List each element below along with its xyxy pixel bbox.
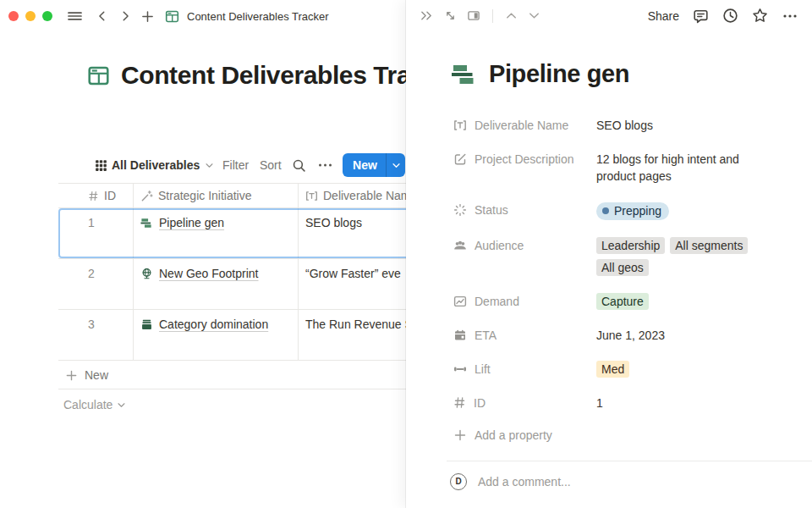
view-name: All Deliverables: [112, 158, 200, 172]
user-avatar: D: [450, 473, 467, 490]
comment-section-divider: [447, 461, 812, 461]
sort-button[interactable]: Sort: [260, 152, 282, 178]
property-value[interactable]: 1: [596, 395, 798, 411]
property-value[interactable]: 12 blogs for high intent and product pag…: [596, 151, 770, 185]
record-title[interactable]: Pipeline gen: [489, 60, 629, 88]
record-link[interactable]: Category domination: [159, 318, 268, 331]
status-pill[interactable]: Prepping: [596, 202, 669, 220]
add-comment-input[interactable]: Add a comment...: [478, 475, 571, 489]
cell-initiative[interactable]: Pipeline gen: [134, 208, 299, 258]
table-row[interactable]: 2 New Geo Footprint “Grow Faster” eve: [58, 259, 406, 310]
new-record-button[interactable]: New: [343, 158, 386, 172]
search-icon[interactable]: [292, 152, 306, 178]
tag[interactable]: All segments: [670, 237, 748, 254]
record-link[interactable]: New Geo Footprint: [159, 267, 259, 280]
property-label[interactable]: Demand: [453, 293, 596, 310]
view-switcher[interactable]: All Deliverables: [95, 152, 214, 178]
column-header-initiative[interactable]: Strategic Initiative: [134, 184, 299, 207]
property-label[interactable]: Lift: [453, 361, 596, 378]
add-property-button[interactable]: Add a property: [453, 420, 798, 450]
chevron-down-icon: [205, 161, 214, 170]
status-burst-icon: [453, 203, 467, 217]
column-header-deliverable[interactable]: Deliverable Name: [299, 184, 406, 207]
property-row-eta: ETA June 1, 2023: [453, 318, 798, 352]
table-row[interactable]: 1 Pipeline gen SEO blogs: [58, 208, 406, 259]
cell-initiative[interactable]: New Geo Footprint: [134, 259, 299, 309]
property-name: ID: [474, 396, 486, 410]
filter-button[interactable]: Filter: [222, 152, 249, 178]
page-title[interactable]: Content Deliverables Tracker: [121, 61, 406, 90]
tag-list: Leadership All segments All geos: [596, 237, 778, 276]
expand-full-page-icon[interactable]: [444, 9, 457, 22]
tag[interactable]: Capture: [596, 293, 649, 310]
property-row-status: Status Prepping: [453, 193, 798, 229]
tag[interactable]: Med: [596, 361, 629, 378]
topbar-divider: [492, 9, 493, 23]
sidebar-menu-icon[interactable]: [67, 9, 83, 23]
side-peek-mode-icon[interactable]: [467, 9, 480, 22]
property-label[interactable]: Status: [453, 202, 596, 218]
cell-deliverable[interactable]: SEO blogs: [299, 208, 406, 258]
more-options-icon[interactable]: [782, 9, 798, 23]
next-record-icon[interactable]: [528, 9, 540, 22]
tag[interactable]: Leadership: [596, 237, 665, 254]
panel-topbar-left: [420, 9, 540, 23]
record-link[interactable]: Pipeline gen: [159, 216, 224, 229]
page-icon[interactable]: [87, 64, 110, 87]
column-header-id[interactable]: ID: [58, 184, 134, 207]
forward-icon[interactable]: [119, 10, 131, 22]
share-button[interactable]: Share: [648, 9, 679, 23]
pipeline-bars-icon[interactable]: [452, 63, 477, 86]
zoom-window-button[interactable]: [42, 11, 52, 21]
title-property-icon: [305, 190, 318, 202]
table-row[interactable]: 3 Category domination The Run Revenue S: [58, 310, 406, 361]
calculate-button[interactable]: Calculate: [63, 395, 126, 415]
history-clock-icon[interactable]: [722, 8, 738, 24]
comments-icon[interactable]: [693, 8, 709, 24]
property-value[interactable]: Capture: [596, 293, 798, 310]
view-options-icon[interactable]: [317, 152, 333, 178]
property-row-deliverable-name: Deliverable Name SEO blogs: [453, 108, 798, 142]
property-label[interactable]: ETA: [453, 327, 596, 344]
property-value[interactable]: Prepping: [596, 202, 798, 220]
calculate-label: Calculate: [63, 398, 112, 411]
database-table: ID Strategic Initiative Deliverable Name…: [58, 183, 406, 361]
minimize-window-button[interactable]: [25, 11, 36, 21]
column-label: Deliverable Name: [323, 189, 406, 202]
property-label[interactable]: Audience: [453, 237, 596, 254]
cell-deliverable[interactable]: The Run Revenue S: [299, 310, 406, 360]
property-name: ETA: [475, 329, 497, 342]
table-new-row-button[interactable]: New: [58, 362, 406, 389]
new-tab-icon[interactable]: [141, 10, 154, 23]
edit-text-icon: [453, 152, 467, 166]
chevron-down-icon: [117, 400, 126, 410]
cell-deliverable[interactable]: “Grow Faster” eve: [299, 259, 406, 309]
property-label[interactable]: Project Description: [453, 151, 596, 168]
wand-icon: [140, 190, 153, 202]
property-value[interactable]: Med: [596, 361, 798, 378]
cell-id[interactable]: 1: [58, 208, 134, 258]
property-label[interactable]: ID: [453, 395, 596, 411]
tag[interactable]: All geos: [596, 259, 649, 276]
cell-id[interactable]: 2: [58, 259, 134, 309]
previous-record-icon[interactable]: [505, 9, 518, 22]
property-value[interactable]: Leadership All segments All geos: [596, 237, 798, 276]
property-value[interactable]: SEO blogs: [596, 117, 798, 134]
back-icon[interactable]: [96, 10, 108, 22]
property-label[interactable]: Deliverable Name: [453, 117, 596, 134]
page-header: Content Deliverables Tracker: [87, 61, 406, 90]
cell-id[interactable]: 3: [58, 310, 134, 360]
property-name: Demand: [475, 295, 519, 308]
stack-cabinet-icon: [140, 318, 153, 331]
favorite-star-icon[interactable]: [752, 8, 768, 24]
property-name: Deliverable Name: [475, 119, 568, 132]
window-titlebar: Content Deliverables Tracker: [0, 0, 406, 32]
panel-topbar: Share: [406, 0, 812, 31]
property-row-demand: Demand Capture: [453, 284, 798, 318]
cell-initiative[interactable]: Category domination: [134, 310, 299, 360]
close-peek-icon[interactable]: [420, 9, 434, 22]
close-window-button[interactable]: [8, 11, 19, 21]
new-record-dropdown-button[interactable]: [386, 153, 405, 177]
column-label: Strategic Initiative: [158, 189, 252, 202]
property-value[interactable]: June 1, 2023: [596, 327, 798, 344]
